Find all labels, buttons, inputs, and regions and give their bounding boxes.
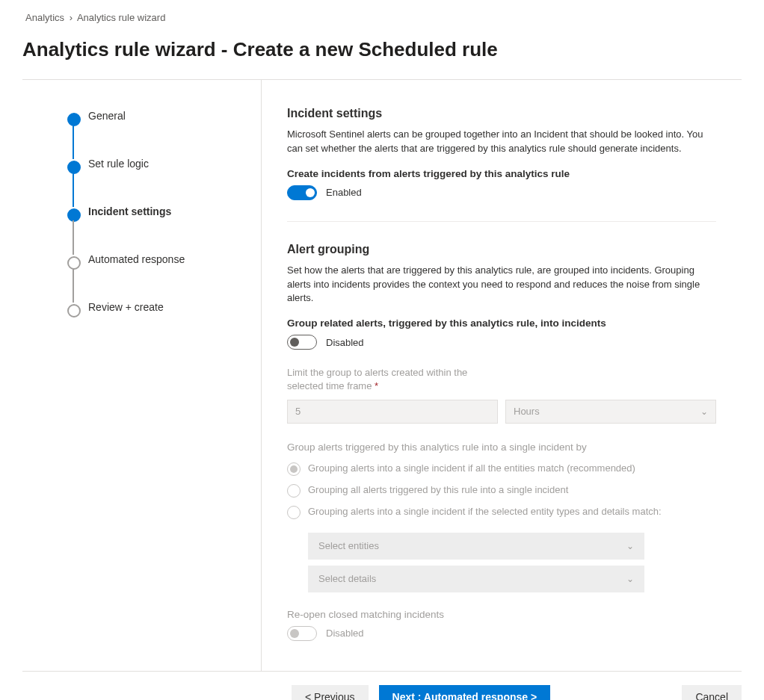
wizard-step-incident-settings[interactable]: Incident settings [67,205,246,253]
next-button[interactable]: Next : Automated response > [379,685,551,700]
wizard-footer: < Previous Next : Automated response > C… [22,672,742,700]
timeframe-unit-select[interactable]: Hours ⌄ [505,400,716,424]
wizard-sidebar: GeneralSet rule logicIncident settingsAu… [22,80,262,671]
wizard-step-set-rule-logic[interactable]: Set rule logic [67,158,246,205]
wizard-step-label: Review + create [88,301,164,313]
select-details-dropdown[interactable]: Select details ⌄ [308,566,644,592]
radio-label: Grouping alerts into a single incident i… [308,505,662,518]
select-entities-dropdown[interactable]: Select entities ⌄ [308,533,644,560]
reopen-label: Re-open closed matching incidents [287,609,716,620]
radio-icon [287,462,301,476]
wizard-step-label: Incident settings [88,205,171,217]
group-related-label: Group related alerts, triggered by this … [287,318,716,329]
create-incidents-toggle[interactable] [287,185,317,200]
radio-icon [287,484,301,498]
group-method-option-2[interactable]: Grouping alerts into a single incident i… [287,505,716,519]
alert-grouping-heading: Alert grouping [287,243,716,256]
timeframe-label: Limit the group to alerts created within… [287,366,511,393]
reopen-toggle[interactable] [287,626,317,641]
radio-icon [287,506,301,519]
radio-label: Grouping all alerts triggered by this ru… [308,483,568,497]
reopen-state: Disabled [326,628,364,639]
incident-settings-heading: Incident settings [287,107,716,120]
breadcrumb: Analytics › Analytics rule wizard [22,7,742,38]
alert-grouping-desc: Set how the alerts that are triggered by… [287,264,716,306]
incident-settings-desc: Microsoft Sentinel alerts can be grouped… [287,128,716,156]
timeframe-value-input[interactable] [287,400,498,424]
wizard-step-general[interactable]: General [67,110,246,158]
group-method-label: Group alerts triggered by this analytics… [287,442,716,453]
group-related-toggle[interactable] [287,335,317,350]
chevron-down-icon: ⌄ [626,541,634,551]
group-method-option-1[interactable]: Grouping all alerts triggered by this ru… [287,483,716,498]
previous-button[interactable]: < Previous [292,685,369,700]
cancel-button[interactable]: Cancel [682,685,742,700]
wizard-step-automated-response[interactable]: Automated response [67,253,246,301]
wizard-step-review-create[interactable]: Review + create [67,301,246,349]
breadcrumb-root[interactable]: Analytics [25,12,64,23]
chevron-down-icon: ⌄ [700,406,708,417]
radio-label: Grouping alerts into a single incident i… [308,462,635,475]
wizard-step-label: General [88,110,126,122]
chevron-down-icon: ⌄ [626,574,634,584]
group-method-option-0[interactable]: Grouping alerts into a single incident i… [287,462,716,476]
page-title: Analytics rule wizard - Create a new Sch… [22,38,742,61]
wizard-step-label: Set rule logic [88,158,149,170]
wizard-content: Incident settings Microsoft Sentinel ale… [262,80,742,671]
group-related-state: Disabled [326,337,364,348]
divider [287,221,716,222]
breadcrumb-current: Analytics rule wizard [77,12,166,23]
create-incidents-label: Create incidents from alerts triggered b… [287,168,716,179]
chevron-right-icon: › [70,12,73,23]
create-incidents-state: Enabled [326,187,362,198]
wizard-step-label: Automated response [88,253,185,265]
